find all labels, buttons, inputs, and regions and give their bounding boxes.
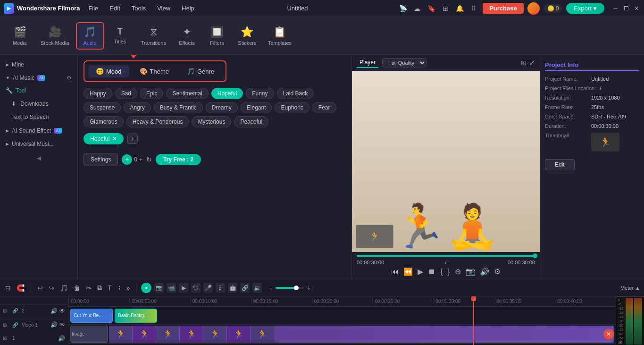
menu-edit[interactable]: Edit: [107, 4, 123, 13]
toolbar-audio[interactable]: 🎵 Audio: [76, 22, 104, 50]
export-button[interactable]: Export ▾: [566, 3, 604, 14]
shield-icon[interactable]: 🛡: [191, 283, 201, 293]
tag-mysterious[interactable]: Mysterious: [192, 116, 231, 127]
toolbar-media[interactable]: 🎬 Media: [6, 23, 34, 49]
apps-icon[interactable]: ⠿: [468, 3, 479, 14]
sidebar-ai-music-header[interactable]: ▼ AI Music AI ⚙: [0, 72, 77, 84]
tag-heavy[interactable]: Heavy & Ponderous: [126, 116, 189, 127]
toolbar-transitions[interactable]: ⧖ Transitions: [136, 23, 171, 49]
adjust-icon[interactable]: ⫶: [116, 283, 122, 293]
track-2-mute[interactable]: 🔊: [50, 308, 58, 314]
mark-in-button[interactable]: {: [440, 268, 443, 276]
track-1-eye[interactable]: 👁: [59, 321, 65, 328]
menu-tools[interactable]: Tools: [129, 4, 149, 13]
tag-suspense[interactable]: Suspense: [84, 102, 121, 113]
toolbar-stickers[interactable]: ⭐ Stickers: [233, 23, 261, 49]
progress-handle[interactable]: [533, 253, 537, 258]
sidebar-mine-header[interactable]: ▶ Mine: [0, 59, 77, 71]
screen-record-icon[interactable]: 📷: [154, 283, 164, 293]
record-button[interactable]: ●: [141, 283, 151, 293]
audio-settings-icon[interactable]: 🎚: [216, 283, 225, 293]
volume-down-icon[interactable]: 🔉: [252, 283, 262, 293]
play-button[interactable]: ▶: [418, 267, 423, 276]
delete-icon[interactable]: 🗑: [72, 283, 82, 293]
clip-image-first[interactable]: Image: [70, 326, 108, 343]
link-icon[interactable]: 🔗: [240, 283, 250, 293]
tag-elegant[interactable]: Elegant: [241, 102, 272, 113]
edit-button[interactable]: Edit: [545, 159, 575, 170]
menu-view[interactable]: View: [154, 4, 173, 13]
tag-hopeful[interactable]: Hopeful: [211, 88, 243, 99]
bookmark-icon[interactable]: 🔖: [426, 3, 436, 14]
quality-select[interactable]: Full Quality 1/2 Quality 1/4 Quality: [382, 58, 427, 67]
volume-button[interactable]: 🔊: [480, 267, 489, 276]
menu-help[interactable]: Help: [179, 4, 197, 13]
settings-playback-button[interactable]: ⚙: [494, 267, 501, 276]
tag-laid-back[interactable]: Laid Back: [277, 88, 314, 99]
toolbar-titles[interactable]: T Titles: [106, 24, 134, 47]
add-circle-icon[interactable]: +: [122, 154, 132, 165]
zoom-handle[interactable]: [294, 286, 299, 290]
media-icon-tl[interactable]: ▶: [179, 283, 188, 293]
maximize-button[interactable]: ⧠: [622, 5, 630, 12]
refresh-icon[interactable]: ↻: [146, 156, 152, 163]
add-to-timeline-button[interactable]: ⊕: [455, 267, 461, 276]
tag-happy[interactable]: Happy: [84, 88, 112, 99]
toolbar-templates[interactable]: 📋 Templates: [263, 23, 296, 49]
zoom-in-button[interactable]: +: [306, 283, 312, 293]
tab-theme[interactable]: 🎨 Theme: [132, 65, 176, 77]
preview-tab-player[interactable]: Player: [357, 58, 378, 68]
settings-icon[interactable]: ⚙: [67, 75, 72, 81]
sidebar-tool-item[interactable]: 🔧 Tool: [0, 84, 77, 97]
tag-busy-frantic[interactable]: Busy & Frantic: [154, 102, 203, 113]
cut-icon[interactable]: ✂: [84, 283, 93, 293]
playhead[interactable]: [473, 296, 474, 345]
mic-icon[interactable]: 🎤: [203, 283, 213, 293]
add-tag-button[interactable]: +: [127, 134, 138, 144]
stop-button[interactable]: ⏹: [428, 268, 435, 276]
selected-tag-chip[interactable]: Hopeful ✕: [84, 133, 124, 144]
tab-mood[interactable]: 😊 Mood: [88, 65, 129, 77]
purchase-button[interactable]: Purchase: [483, 3, 524, 14]
clip-cut-your-be[interactable]: Cut Your Be...: [70, 309, 113, 323]
avatar[interactable]: [527, 2, 540, 15]
clip-basic-backg[interactable]: Basic Backg...: [115, 309, 157, 323]
project-info-tab[interactable]: Project Info: [545, 59, 639, 71]
tag-funny[interactable]: Funny: [246, 88, 274, 99]
track-layout-icon[interactable]: ⊟: [4, 283, 12, 293]
notification-icon[interactable]: 📡: [398, 3, 408, 14]
tag-sad[interactable]: Sad: [115, 88, 137, 99]
toolbar-stock-media[interactable]: 🎥 Stock Media: [36, 23, 74, 49]
grid-view-icon[interactable]: ⊞: [521, 59, 527, 67]
step-back-button[interactable]: ⏪: [403, 267, 413, 276]
progress-bar[interactable]: [357, 255, 535, 257]
try-free-button[interactable]: Try Free : 2: [156, 154, 201, 165]
zoom-out-button[interactable]: −: [267, 283, 273, 293]
crop-icon[interactable]: ⧉: [96, 282, 103, 293]
cloud-icon[interactable]: ☁: [412, 3, 422, 14]
sidebar-collapse-button[interactable]: ◀: [0, 151, 77, 165]
close-button[interactable]: ✕: [633, 5, 640, 12]
tag-dreamy[interactable]: Dreamy: [206, 102, 238, 113]
meter-label[interactable]: Meter ▲: [620, 285, 640, 291]
text-icon[interactable]: T: [106, 283, 113, 293]
undo-button[interactable]: ↩: [36, 283, 44, 293]
track-2-eye[interactable]: 👁: [59, 308, 65, 314]
add-audio-icon[interactable]: 🎵: [59, 283, 69, 293]
track-1-mute[interactable]: 🔊: [50, 321, 58, 328]
fullscreen-icon[interactable]: ⤢: [529, 59, 535, 67]
redo-button[interactable]: ↪: [47, 283, 56, 293]
toolbar-effects[interactable]: ✦ Effects: [173, 23, 201, 49]
tab-genre[interactable]: 🎵 Genre: [179, 65, 222, 77]
remove-tag-icon[interactable]: ✕: [112, 135, 117, 142]
sidebar-downloads[interactable]: ⬇ Downloads: [0, 97, 77, 110]
tag-peaceful[interactable]: Peaceful: [234, 116, 268, 127]
more-icon[interactable]: »: [125, 283, 132, 293]
ai-tl-icon[interactable]: 🤖: [228, 283, 237, 293]
minimize-button[interactable]: ─: [612, 5, 619, 12]
menu-file[interactable]: File: [85, 4, 101, 13]
track-bottom-mute[interactable]: 🔊: [58, 335, 65, 342]
settings-button[interactable]: Settings: [84, 153, 118, 166]
grid-icon[interactable]: ⊞: [440, 3, 451, 14]
tag-angry[interactable]: Angry: [124, 102, 151, 113]
